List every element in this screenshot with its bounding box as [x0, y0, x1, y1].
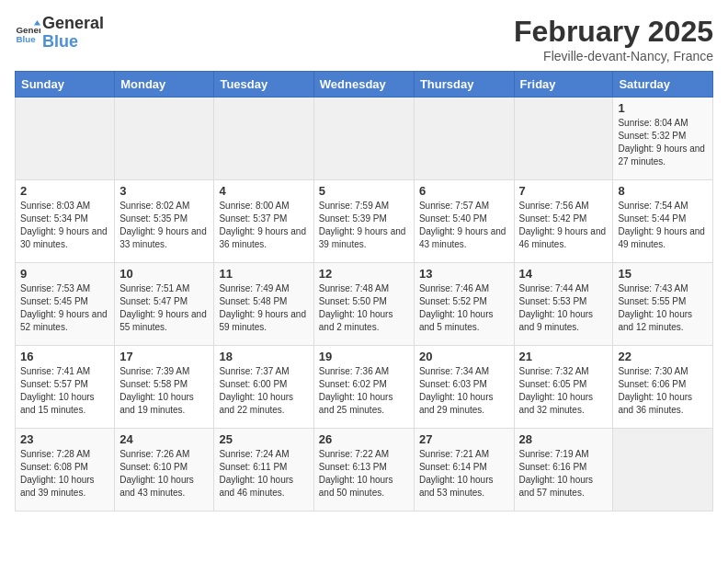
calendar-cell: 8Sunrise: 7:54 AM Sunset: 5:44 PM Daylig… [613, 180, 713, 263]
calendar-cell: 13Sunrise: 7:46 AM Sunset: 5:52 PM Dayli… [414, 263, 514, 346]
day-info: Sunrise: 7:46 AM Sunset: 5:52 PM Dayligh… [419, 282, 509, 334]
calendar-header-row: SundayMondayTuesdayWednesdayThursdayFrid… [16, 72, 713, 98]
calendar-cell [16, 98, 115, 180]
day-number: 8 [618, 184, 708, 198]
calendar-week-row: 23Sunrise: 7:28 AM Sunset: 6:08 PM Dayli… [16, 429, 713, 511]
day-info: Sunrise: 7:36 AM Sunset: 6:02 PM Dayligh… [319, 365, 409, 417]
month-title: February 2025 [514, 15, 713, 49]
day-info: Sunrise: 7:41 AM Sunset: 5:57 PM Dayligh… [20, 365, 109, 417]
logo-blue: Blue [42, 33, 104, 52]
day-info: Sunrise: 7:49 AM Sunset: 5:48 PM Dayligh… [219, 282, 308, 334]
calendar-cell: 10Sunrise: 7:51 AM Sunset: 5:47 PM Dayli… [115, 263, 214, 346]
calendar-week-row: 2Sunrise: 8:03 AM Sunset: 5:34 PM Daylig… [16, 180, 713, 263]
day-number: 23 [20, 432, 109, 446]
day-number: 4 [219, 184, 308, 198]
calendar-cell: 12Sunrise: 7:48 AM Sunset: 5:50 PM Dayli… [313, 263, 414, 346]
day-info: Sunrise: 7:30 AM Sunset: 6:06 PM Dayligh… [618, 365, 708, 417]
svg-text:Blue: Blue [16, 34, 36, 44]
day-info: Sunrise: 7:28 AM Sunset: 6:08 PM Dayligh… [20, 448, 109, 500]
day-number: 22 [618, 350, 708, 363]
calendar-cell: 23Sunrise: 7:28 AM Sunset: 6:08 PM Dayli… [16, 429, 115, 511]
page-header: General Blue General Blue February 2025 … [15, 15, 713, 63]
day-number: 13 [419, 267, 509, 281]
day-number: 16 [20, 350, 109, 363]
calendar-cell: 6Sunrise: 7:57 AM Sunset: 5:40 PM Daylig… [414, 180, 514, 263]
day-info: Sunrise: 7:59 AM Sunset: 5:39 PM Dayligh… [319, 200, 409, 251]
calendar-cell: 9Sunrise: 7:53 AM Sunset: 5:45 PM Daylig… [16, 263, 115, 346]
day-info: Sunrise: 7:34 AM Sunset: 6:03 PM Dayligh… [419, 365, 509, 417]
weekday-header: Friday [514, 72, 613, 98]
day-number: 25 [219, 432, 308, 446]
day-info: Sunrise: 7:44 AM Sunset: 5:53 PM Dayligh… [519, 282, 609, 334]
calendar-cell [613, 429, 713, 511]
day-info: Sunrise: 8:04 AM Sunset: 5:32 PM Dayligh… [618, 117, 708, 168]
calendar-cell [214, 98, 313, 180]
title-block: February 2025 Fleville-devant-Nancy, Fra… [514, 15, 713, 63]
calendar-week-row: 1Sunrise: 8:04 AM Sunset: 5:32 PM Daylig… [16, 98, 713, 180]
calendar-cell: 11Sunrise: 7:49 AM Sunset: 5:48 PM Dayli… [214, 263, 313, 346]
day-info: Sunrise: 7:37 AM Sunset: 6:00 PM Dayligh… [219, 365, 308, 417]
day-number: 26 [319, 432, 409, 446]
day-info: Sunrise: 8:03 AM Sunset: 5:34 PM Dayligh… [20, 200, 109, 251]
calendar-cell: 3Sunrise: 8:02 AM Sunset: 5:35 PM Daylig… [115, 180, 214, 263]
day-info: Sunrise: 7:56 AM Sunset: 5:42 PM Dayligh… [519, 200, 609, 251]
day-number: 28 [519, 432, 609, 446]
logo: General Blue General Blue [15, 15, 104, 52]
day-number: 11 [219, 267, 308, 281]
day-number: 7 [519, 184, 609, 198]
day-number: 2 [20, 184, 109, 198]
day-number: 6 [419, 184, 509, 198]
day-info: Sunrise: 7:32 AM Sunset: 6:05 PM Dayligh… [519, 365, 609, 417]
calendar-cell: 27Sunrise: 7:21 AM Sunset: 6:14 PM Dayli… [414, 429, 514, 511]
day-info: Sunrise: 7:54 AM Sunset: 5:44 PM Dayligh… [618, 200, 708, 251]
calendar-cell: 18Sunrise: 7:37 AM Sunset: 6:00 PM Dayli… [214, 346, 313, 429]
logo-icon: General Blue [15, 20, 40, 46]
weekday-header: Tuesday [214, 72, 313, 98]
calendar-table: SundayMondayTuesdayWednesdayThursdayFrid… [15, 71, 713, 511]
calendar-week-row: 9Sunrise: 7:53 AM Sunset: 5:45 PM Daylig… [16, 263, 713, 346]
calendar-cell: 16Sunrise: 7:41 AM Sunset: 5:57 PM Dayli… [16, 346, 115, 429]
calendar-cell: 5Sunrise: 7:59 AM Sunset: 5:39 PM Daylig… [313, 180, 414, 263]
calendar-cell: 17Sunrise: 7:39 AM Sunset: 5:58 PM Dayli… [115, 346, 214, 429]
logo-general: General [42, 15, 104, 33]
calendar-cell: 7Sunrise: 7:56 AM Sunset: 5:42 PM Daylig… [514, 180, 613, 263]
weekday-header: Sunday [16, 72, 115, 98]
calendar-cell: 1Sunrise: 8:04 AM Sunset: 5:32 PM Daylig… [613, 98, 713, 180]
weekday-header: Monday [115, 72, 214, 98]
day-number: 9 [20, 267, 109, 281]
day-number: 24 [119, 432, 209, 446]
day-number: 17 [119, 350, 209, 363]
day-number: 20 [419, 350, 509, 363]
calendar-cell: 26Sunrise: 7:22 AM Sunset: 6:13 PM Dayli… [313, 429, 414, 511]
day-info: Sunrise: 7:53 AM Sunset: 5:45 PM Dayligh… [20, 282, 109, 334]
calendar-cell: 4Sunrise: 8:00 AM Sunset: 5:37 PM Daylig… [214, 180, 313, 263]
day-info: Sunrise: 7:51 AM Sunset: 5:47 PM Dayligh… [119, 282, 209, 334]
day-info: Sunrise: 7:39 AM Sunset: 5:58 PM Dayligh… [119, 365, 209, 417]
calendar-week-row: 16Sunrise: 7:41 AM Sunset: 5:57 PM Dayli… [16, 346, 713, 429]
day-info: Sunrise: 7:26 AM Sunset: 6:10 PM Dayligh… [119, 448, 209, 500]
calendar-cell: 24Sunrise: 7:26 AM Sunset: 6:10 PM Dayli… [115, 429, 214, 511]
day-number: 12 [319, 267, 409, 281]
day-info: Sunrise: 8:00 AM Sunset: 5:37 PM Dayligh… [219, 200, 308, 251]
weekday-header: Saturday [613, 72, 713, 98]
day-number: 27 [419, 432, 509, 446]
calendar-cell [414, 98, 514, 180]
calendar-cell: 20Sunrise: 7:34 AM Sunset: 6:03 PM Dayli… [414, 346, 514, 429]
calendar-cell: 22Sunrise: 7:30 AM Sunset: 6:06 PM Dayli… [613, 346, 713, 429]
calendar-cell: 21Sunrise: 7:32 AM Sunset: 6:05 PM Dayli… [514, 346, 613, 429]
calendar-cell: 2Sunrise: 8:03 AM Sunset: 5:34 PM Daylig… [16, 180, 115, 263]
calendar-cell: 14Sunrise: 7:44 AM Sunset: 5:53 PM Dayli… [514, 263, 613, 346]
day-info: Sunrise: 8:02 AM Sunset: 5:35 PM Dayligh… [119, 200, 209, 251]
day-number: 14 [519, 267, 609, 281]
day-number: 10 [119, 267, 209, 281]
day-info: Sunrise: 7:19 AM Sunset: 6:16 PM Dayligh… [519, 448, 609, 500]
calendar-cell: 19Sunrise: 7:36 AM Sunset: 6:02 PM Dayli… [313, 346, 414, 429]
calendar-cell: 25Sunrise: 7:24 AM Sunset: 6:11 PM Dayli… [214, 429, 313, 511]
calendar-cell: 15Sunrise: 7:43 AM Sunset: 5:55 PM Dayli… [613, 263, 713, 346]
day-number: 19 [319, 350, 409, 363]
day-number: 3 [119, 184, 209, 198]
day-info: Sunrise: 7:48 AM Sunset: 5:50 PM Dayligh… [319, 282, 409, 334]
calendar-cell [514, 98, 613, 180]
weekday-header: Wednesday [313, 72, 414, 98]
calendar-cell [313, 98, 414, 180]
